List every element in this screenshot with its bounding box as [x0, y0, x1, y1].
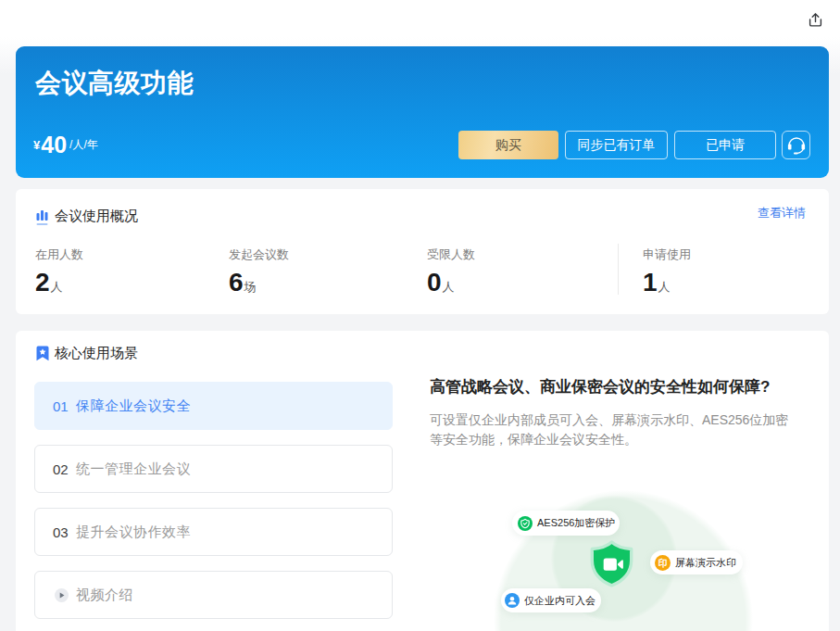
- svg-text:印: 印: [658, 558, 668, 568]
